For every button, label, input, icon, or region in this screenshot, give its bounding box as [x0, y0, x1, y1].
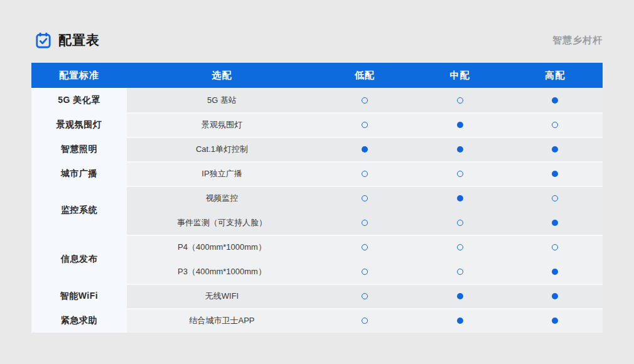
table-header-row: 配置标准 选配 低配 中配 高配 — [31, 63, 603, 88]
table-row: 视频监控 — [127, 186, 603, 210]
mid-config-cell — [412, 318, 508, 324]
page-title: 配置表 — [58, 31, 100, 49]
high-config-dot — [552, 97, 558, 104]
table-row: 景观氛围灯 — [127, 112, 603, 137]
low-config-cell — [317, 269, 412, 275]
high-config-dot — [552, 122, 558, 128]
category-cell: 智能WiFi — [31, 284, 127, 308]
mid-config-dot — [457, 318, 463, 324]
high-config-cell — [507, 122, 603, 128]
column-header-high: 高配 — [507, 63, 603, 88]
high-config-dot — [552, 293, 558, 299]
option-cell: 无线WIFI — [127, 291, 317, 302]
option-cell: 结合城市卫士APP — [127, 315, 317, 326]
low-config-dot — [362, 195, 368, 201]
option-cell: 5G 基站 — [127, 95, 317, 106]
high-config-dot — [552, 318, 558, 324]
low-config-dot — [362, 318, 368, 324]
low-config-dot — [362, 122, 368, 128]
option-label: IP独立广播 — [201, 169, 242, 178]
low-config-dot — [362, 220, 368, 226]
category-cell: 信息发布 — [31, 235, 127, 284]
table-row: 事件监测（可支持人脸） — [127, 210, 603, 235]
category-cell: 城市广播 — [31, 161, 127, 186]
option-cell: 事件监测（可支持人脸） — [127, 217, 317, 228]
high-config-cell — [507, 171, 603, 177]
table-group: 城市广播 IP独立广播 — [31, 161, 603, 186]
column-header-low: 低配 — [317, 63, 412, 88]
table-row: 5G 基站 — [127, 88, 603, 112]
table-group: 智慧照明 Cat.1单灯控制 — [31, 137, 603, 161]
high-config-dot — [552, 171, 558, 177]
option-cell: P3（400mm*1000mm） — [127, 266, 317, 277]
category-label: 城市广播 — [61, 168, 97, 179]
category-label: 紧急求助 — [61, 315, 97, 326]
category-label: 信息发布 — [61, 254, 97, 265]
high-config-dot — [552, 146, 558, 153]
low-config-dot — [362, 293, 368, 299]
mid-config-cell — [412, 220, 508, 226]
low-config-cell — [317, 97, 412, 104]
option-label: P3（400mm*1000mm） — [178, 267, 266, 276]
mid-config-cell — [412, 293, 508, 299]
table-group: 紧急求助 结合城市卫士APP — [31, 308, 603, 333]
high-config-cell — [507, 244, 603, 250]
option-cell: Cat.1单灯控制 — [127, 144, 317, 155]
high-config-dot — [552, 220, 558, 226]
table-row: 无线WIFI — [127, 284, 603, 308]
low-config-dot — [362, 97, 368, 104]
option-cell: 景观氛围灯 — [127, 119, 317, 131]
low-config-cell — [317, 195, 412, 201]
high-config-cell — [507, 293, 603, 299]
column-header-option: 选配 — [127, 63, 317, 88]
category-label: 智能WiFi — [60, 291, 98, 302]
category-label: 智慧照明 — [61, 144, 97, 155]
table-row: Cat.1单灯控制 — [127, 137, 603, 161]
high-config-cell — [507, 220, 603, 226]
corner-label: 智慧乡村杆 — [552, 35, 603, 46]
mid-config-cell — [412, 195, 508, 201]
option-cell: P4（400mm*1000mm） — [127, 242, 317, 253]
column-header-mid: 中配 — [412, 63, 508, 88]
category-cell: 紧急求助 — [31, 308, 127, 333]
title-bar: 配置表 智慧乡村杆 — [35, 30, 603, 50]
mid-config-dot — [457, 244, 463, 250]
low-config-cell — [317, 122, 412, 128]
option-label: 5G 基站 — [207, 95, 237, 105]
mid-config-cell — [412, 244, 508, 250]
low-config-dot — [362, 171, 368, 177]
high-config-cell — [507, 146, 603, 153]
category-cell: 5G 美化罩 — [31, 88, 127, 112]
category-cell: 监控系统 — [31, 186, 127, 235]
high-config-dot — [552, 244, 558, 250]
high-config-cell — [507, 269, 603, 275]
high-config-dot — [552, 195, 558, 201]
category-label: 监控系统 — [61, 205, 97, 216]
high-config-cell — [507, 97, 603, 104]
option-cell: IP独立广播 — [127, 168, 317, 179]
column-header-standard: 配置标准 — [31, 63, 127, 88]
high-config-cell — [507, 318, 603, 324]
mid-config-dot — [457, 97, 463, 104]
high-config-cell — [507, 195, 603, 201]
category-cell: 智慧照明 — [31, 137, 127, 161]
mid-config-dot — [457, 293, 463, 299]
mid-config-cell — [412, 146, 508, 153]
option-label: P4（400mm*1000mm） — [178, 242, 266, 252]
table-row: 结合城市卫士APP — [127, 308, 603, 333]
table-group: 景观氛围灯 景观氛围灯 — [31, 112, 603, 137]
table-body: 5G 美化罩 5G 基站 景观氛围灯 — [31, 88, 603, 333]
category-label: 景观氛围灯 — [56, 119, 102, 131]
option-cell: 视频监控 — [127, 193, 317, 204]
table-group: 智能WiFi 无线WIFI — [31, 284, 603, 308]
low-config-cell — [317, 171, 412, 177]
low-config-cell — [317, 318, 412, 324]
high-config-dot — [552, 269, 558, 275]
low-config-cell — [317, 293, 412, 299]
option-label: Cat.1单灯控制 — [196, 144, 248, 154]
table-row: P3（400mm*1000mm） — [127, 259, 603, 284]
option-label: 事件监测（可支持人脸） — [177, 218, 267, 227]
mid-config-dot — [457, 146, 463, 153]
mid-config-dot — [457, 122, 463, 128]
table-group: 监控系统 视频监控 事件监测（可支持人脸） — [31, 186, 603, 235]
